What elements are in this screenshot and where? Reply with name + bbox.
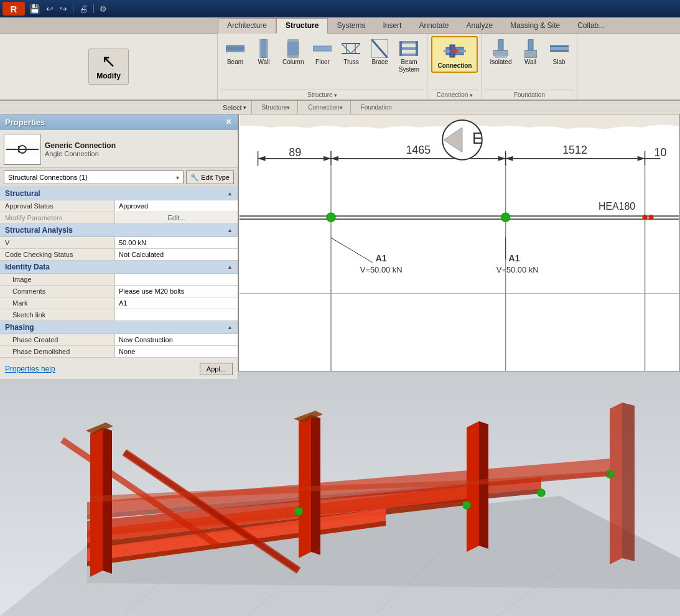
phase-created-value: New Construction [115,334,238,345]
tab-architecture[interactable]: Architecture [218,18,276,34]
type-name-main: Generic Connection [45,141,116,150]
tab-annotate[interactable]: Annotate [410,19,457,33]
phasing-section-header[interactable]: Phasing▲ [0,321,238,334]
svg-marker-95 [467,421,479,552]
svg-marker-91 [90,427,103,577]
truss-icon [341,39,361,58]
tab-systems[interactable]: Systems [328,19,374,33]
svg-rect-28 [498,39,503,50]
svg-rect-101 [295,508,302,513]
select-dropdown[interactable]: Select▾ [218,101,252,114]
svg-text:89: 89 [289,146,301,159]
wall-button[interactable]: Wall [250,36,277,68]
beam-icon [225,39,245,58]
slab-button[interactable]: Slab [546,36,573,68]
svg-text:A1: A1 [509,253,520,263]
select-row: Select▾ Structure ▾ Connection ▾ Foundat… [0,101,680,114]
svg-rect-20 [399,54,418,56]
floor-icon [312,39,332,58]
svg-rect-1 [226,45,245,47]
tab-collab[interactable]: Collab... [569,19,613,33]
svg-rect-6 [287,39,299,58]
ribbon-tabs: Architecture Structure Systems Insert An… [0,17,680,34]
beam-system-button[interactable]: BeamSystem [394,36,423,76]
column-button[interactable]: Column [279,36,307,68]
phase-demolished-row: Phase Demolished None [0,346,238,358]
svg-rect-27 [460,50,466,52]
structural-analysis-section-header[interactable]: Structural Analysis▲ [0,224,238,237]
sketch-link-label: Sketch link [0,309,115,320]
phase-demolished-label: Phase Demolished [0,346,115,357]
foundation-panel-label: Foundation [353,101,399,114]
print-icon[interactable]: 🖨 [77,2,90,15]
ribbon-panel: ↖ Modify Beam [0,34,680,101]
edit-type-button[interactable]: 🔧 Edit Type [186,170,234,184]
svg-text:E: E [472,129,483,147]
svg-rect-3 [261,39,267,58]
3d-view [0,371,680,616]
identity-data-section-header[interactable]: Identity Data▲ [0,261,238,274]
mark-label: Mark [0,297,115,309]
svg-rect-32 [524,50,537,58]
truss-label: Truss [343,58,359,65]
apply-button[interactable]: Appl... [200,363,233,375]
type-name-sub: Angle Connection [45,150,116,157]
properties-header: Properties × [0,114,238,130]
brace-button[interactable]: Brace [366,36,393,68]
beam-button[interactable]: Beam [221,36,249,68]
svg-rect-30 [495,55,507,58]
type-dropdown[interactable]: Structural Connections (1) ▾ [4,170,184,184]
settings-icon[interactable]: ⚙ [97,3,109,15]
modify-button[interactable]: ↖ Modify [88,49,129,85]
phase-demolished-value: None [115,346,238,357]
redo-icon[interactable]: ↪ [57,2,70,15]
beam-system-icon [399,39,419,58]
svg-line-17 [371,39,388,58]
svg-point-63 [327,213,335,222]
svg-rect-18 [399,41,418,44]
type-names: Generic Connection Angle Connection [45,141,116,157]
svg-rect-31 [528,39,533,50]
modify-icon: ↖ [101,53,116,70]
sketch-link-row: Sketch link [0,309,238,321]
svg-marker-78 [610,403,622,564]
svg-rect-8 [287,55,299,58]
svg-rect-26 [444,50,450,52]
structure-group: Beam Wall [218,34,427,100]
floor-button[interactable]: Floor [309,36,336,68]
svg-rect-9 [313,46,332,51]
approval-status-label: Approval Status [0,200,115,212]
comments-row: Comments Please use M20 bolts [0,286,238,297]
undo-icon[interactable]: ↩ [44,2,56,15]
modify-parameters-label: Modify Parameters [0,212,115,223]
wall-label: Wall [258,58,269,65]
tab-structure[interactable]: Structure [276,18,328,34]
properties-close-button[interactable]: × [225,116,233,128]
dropdown-row: Structural Connections (1) ▾ 🔧 Edit Type [0,168,238,187]
modify-parameters-value[interactable]: Edit... [115,212,238,223]
column-label: Column [282,58,304,65]
wall-foundation-button[interactable]: Wall [517,36,544,68]
svg-point-25 [452,49,457,54]
canvas-area: R 💾 ↩ ↪ 🖨 ⚙ Architecture Structure Syste… [0,0,680,616]
approval-status-row: Approval Status Approved [0,200,238,212]
slab-label: Slab [552,58,565,65]
tab-analyze[interactable]: Analyze [457,19,501,33]
phase-created-label: Phase Created [0,334,115,345]
connection-button[interactable]: Connection [431,36,478,73]
beam-system-label: BeamSystem [399,58,419,73]
properties-footer: Properties help Appl... [0,358,238,379]
svg-rect-7 [287,39,299,42]
tab-insert[interactable]: Insert [374,19,410,33]
save-icon[interactable]: 💾 [27,2,42,15]
svg-text:1512: 1512 [562,144,587,156]
revit-logo[interactable]: R [2,2,25,16]
svg-point-64 [501,213,510,222]
code-checking-value: Not Calculated [115,249,238,260]
properties-help-link[interactable]: Properties help [5,365,55,373]
structural-section-header[interactable]: Structural▲ [0,187,238,200]
truss-button[interactable]: Truss [337,36,365,68]
tab-massing[interactable]: Massing & Site [501,19,569,33]
isolated-button[interactable]: Isolated [486,36,515,68]
floor-label: Floor [315,58,330,65]
